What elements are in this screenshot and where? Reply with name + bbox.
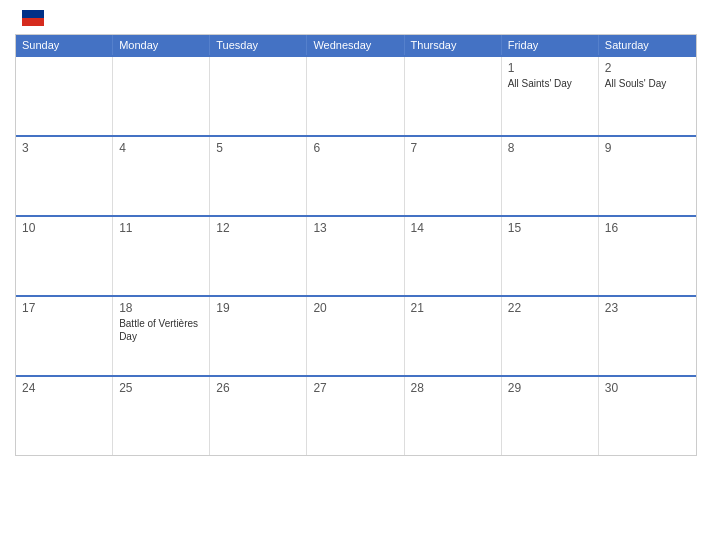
day-number: 6 bbox=[313, 141, 397, 155]
day-number: 10 bbox=[22, 221, 106, 235]
calendar-cell bbox=[113, 57, 210, 135]
calendar-cell: 25 bbox=[113, 377, 210, 455]
holiday-label: All Souls' Day bbox=[605, 77, 690, 90]
flag-top bbox=[22, 10, 44, 18]
calendar-cell bbox=[405, 57, 502, 135]
weekday-header-tuesday: Tuesday bbox=[210, 35, 307, 55]
calendar-cell: 26 bbox=[210, 377, 307, 455]
calendar-week-1: 1All Saints' Day2All Souls' Day bbox=[16, 55, 696, 135]
weekday-header-saturday: Saturday bbox=[599, 35, 696, 55]
holiday-label: All Saints' Day bbox=[508, 77, 592, 90]
calendar-cell: 8 bbox=[502, 137, 599, 215]
calendar-cell: 30 bbox=[599, 377, 696, 455]
calendar-cell bbox=[210, 57, 307, 135]
day-number: 16 bbox=[605, 221, 690, 235]
calendar-week-5: 24252627282930 bbox=[16, 375, 696, 455]
calendar-cell: 2All Souls' Day bbox=[599, 57, 696, 135]
calendar-cell: 16 bbox=[599, 217, 696, 295]
day-number: 30 bbox=[605, 381, 690, 395]
calendar-cell: 29 bbox=[502, 377, 599, 455]
calendar-cell: 6 bbox=[307, 137, 404, 215]
flag-bottom bbox=[22, 18, 44, 26]
calendar-cell: 4 bbox=[113, 137, 210, 215]
header bbox=[15, 10, 697, 26]
day-number: 14 bbox=[411, 221, 495, 235]
calendar-body: 1All Saints' Day2All Souls' Day345678910… bbox=[16, 55, 696, 455]
calendar-week-3: 10111213141516 bbox=[16, 215, 696, 295]
day-number: 13 bbox=[313, 221, 397, 235]
day-number: 27 bbox=[313, 381, 397, 395]
calendar-cell: 27 bbox=[307, 377, 404, 455]
calendar: SundayMondayTuesdayWednesdayThursdayFrid… bbox=[15, 34, 697, 456]
day-number: 19 bbox=[216, 301, 300, 315]
day-number: 9 bbox=[605, 141, 690, 155]
calendar-cell: 12 bbox=[210, 217, 307, 295]
calendar-cell: 9 bbox=[599, 137, 696, 215]
calendar-cell: 15 bbox=[502, 217, 599, 295]
calendar-cell: 7 bbox=[405, 137, 502, 215]
day-number: 17 bbox=[22, 301, 106, 315]
calendar-cell: 24 bbox=[16, 377, 113, 455]
day-number: 8 bbox=[508, 141, 592, 155]
calendar-cell: 21 bbox=[405, 297, 502, 375]
calendar-cell: 5 bbox=[210, 137, 307, 215]
logo bbox=[20, 10, 44, 26]
day-number: 21 bbox=[411, 301, 495, 315]
calendar-cell: 28 bbox=[405, 377, 502, 455]
day-number: 3 bbox=[22, 141, 106, 155]
calendar-cell: 11 bbox=[113, 217, 210, 295]
day-number: 2 bbox=[605, 61, 690, 75]
calendar-week-2: 3456789 bbox=[16, 135, 696, 215]
day-number: 7 bbox=[411, 141, 495, 155]
calendar-header: SundayMondayTuesdayWednesdayThursdayFrid… bbox=[16, 35, 696, 55]
day-number: 20 bbox=[313, 301, 397, 315]
calendar-cell: 13 bbox=[307, 217, 404, 295]
day-number: 29 bbox=[508, 381, 592, 395]
calendar-cell: 18Battle of Vertières Day bbox=[113, 297, 210, 375]
calendar-cell bbox=[307, 57, 404, 135]
day-number: 18 bbox=[119, 301, 203, 315]
calendar-cell: 22 bbox=[502, 297, 599, 375]
calendar-week-4: 1718Battle of Vertières Day1920212223 bbox=[16, 295, 696, 375]
calendar-cell: 14 bbox=[405, 217, 502, 295]
weekday-header-monday: Monday bbox=[113, 35, 210, 55]
calendar-cell: 1All Saints' Day bbox=[502, 57, 599, 135]
calendar-cell: 23 bbox=[599, 297, 696, 375]
weekday-header-sunday: Sunday bbox=[16, 35, 113, 55]
day-number: 4 bbox=[119, 141, 203, 155]
calendar-cell: 10 bbox=[16, 217, 113, 295]
calendar-cell: 19 bbox=[210, 297, 307, 375]
calendar-cell: 20 bbox=[307, 297, 404, 375]
day-number: 25 bbox=[119, 381, 203, 395]
weekday-header-wednesday: Wednesday bbox=[307, 35, 404, 55]
day-number: 15 bbox=[508, 221, 592, 235]
weekday-header-thursday: Thursday bbox=[405, 35, 502, 55]
calendar-cell: 17 bbox=[16, 297, 113, 375]
day-number: 26 bbox=[216, 381, 300, 395]
logo-flag bbox=[22, 10, 44, 26]
calendar-cell: 3 bbox=[16, 137, 113, 215]
day-number: 24 bbox=[22, 381, 106, 395]
weekday-header-friday: Friday bbox=[502, 35, 599, 55]
page: SundayMondayTuesdayWednesdayThursdayFrid… bbox=[0, 0, 712, 550]
day-number: 1 bbox=[508, 61, 592, 75]
day-number: 11 bbox=[119, 221, 203, 235]
day-number: 23 bbox=[605, 301, 690, 315]
holiday-label: Battle of Vertières Day bbox=[119, 317, 203, 343]
day-number: 22 bbox=[508, 301, 592, 315]
day-number: 12 bbox=[216, 221, 300, 235]
calendar-cell bbox=[16, 57, 113, 135]
day-number: 28 bbox=[411, 381, 495, 395]
day-number: 5 bbox=[216, 141, 300, 155]
